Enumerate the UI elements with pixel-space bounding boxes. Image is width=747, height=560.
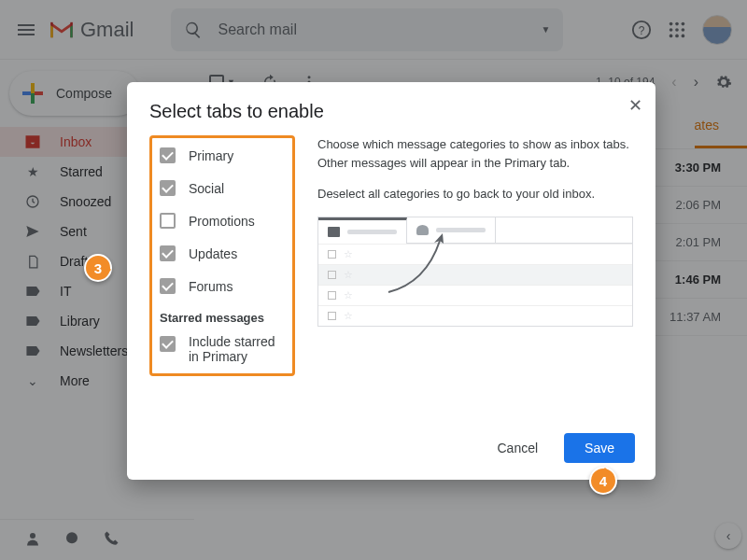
checkbox-icon[interactable] [160,213,176,229]
options-panel: Primary Social Promotions Updates Forums… [149,135,295,376]
inbox-icon [328,227,340,237]
people-icon [416,225,429,235]
preview-tab-primary [318,217,407,244]
dialog-description: Choose which message categories to show … [317,135,633,376]
option-starred-primary[interactable]: Include starred in Primary [160,334,285,364]
tabs-preview: ☆ ☆ ☆ ☆ [317,217,633,327]
callout-3: 3 [84,254,112,282]
cancel-button[interactable]: Cancel [486,433,549,463]
option-social[interactable]: Social [160,180,285,196]
starred-header: Starred messages [160,311,285,325]
close-icon[interactable]: ✕ [628,95,642,116]
option-updates[interactable]: Updates [160,245,285,261]
option-primary[interactable]: Primary [160,147,285,163]
checkbox-icon[interactable] [160,147,176,163]
option-forums[interactable]: Forums [160,278,285,294]
tabs-dialog: ✕ Select tabs to enable Primary Social P… [127,82,655,480]
option-promotions[interactable]: Promotions [160,213,285,229]
preview-tab-social [407,217,496,244]
checkbox-icon[interactable] [160,336,176,352]
save-button[interactable]: Save [564,433,635,463]
callout-4: 4 [589,467,617,495]
dialog-title: Select tabs to enable [149,101,633,122]
checkbox-icon[interactable] [160,245,176,261]
checkbox-icon[interactable] [160,278,176,294]
checkbox-icon[interactable] [160,180,176,196]
